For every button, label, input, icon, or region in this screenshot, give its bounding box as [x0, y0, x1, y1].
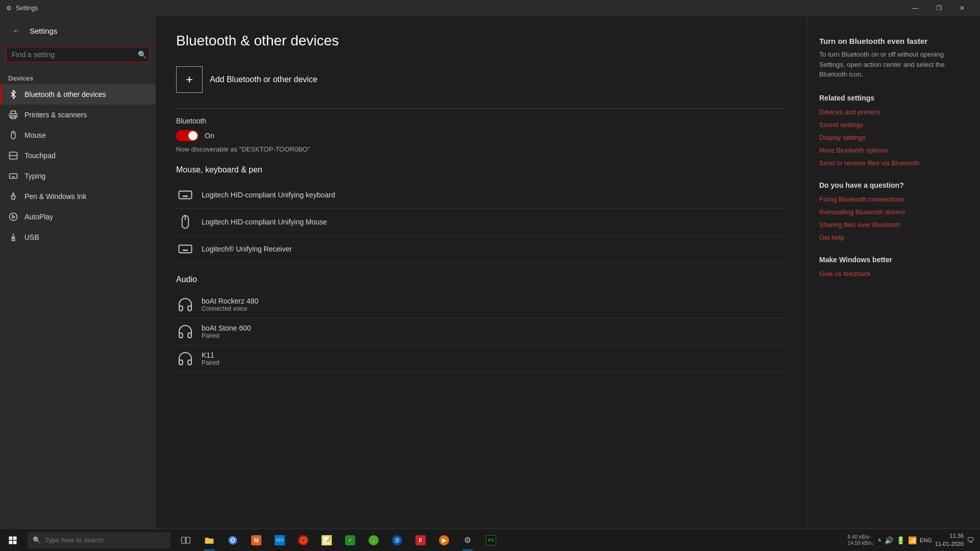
touchpad-icon [8, 151, 18, 161]
svg-rect-34 [182, 537, 186, 543]
device-name: K11 [202, 351, 219, 359]
filezilla-button[interactable]: F [409, 529, 432, 552]
notification-icon[interactable]: 🗨 [967, 536, 974, 544]
wifi-icon[interactable]: 📶 [908, 536, 917, 544]
toggle-knob [188, 131, 198, 140]
svg-rect-33 [13, 540, 17, 544]
taskbar-search-icon: 🔍 [33, 536, 41, 544]
sidebar-item-autoplay[interactable]: AutoPlay [0, 207, 156, 227]
device-status: Paired [202, 332, 251, 339]
keyboard-icon [8, 171, 18, 181]
device-name: boAt Rockerz 480 [202, 297, 258, 305]
device-item[interactable]: Logitech HID-compliant Unifying keyboard [176, 182, 786, 209]
question-link-reinstalling[interactable]: Reinstalling Bluetooth drivers [819, 208, 968, 216]
sidebar-item-typing[interactable]: Typing [0, 166, 156, 186]
sidebar-item-label: Printers & scanners [24, 111, 87, 119]
sidebar-item-printers[interactable]: Printers & scanners [0, 105, 156, 125]
taskbar-system-tray: 8.40 kB/s↑14.59 kB/s↓ ∧ 🔊 🔋 📶 ENG 11:36 … [842, 532, 980, 548]
green-app-button[interactable]: ✓ [339, 529, 361, 552]
printer-icon [8, 110, 18, 120]
receiver-device-icon [176, 240, 194, 258]
browser-button[interactable]: @ [386, 529, 408, 552]
headphones-device-icon [176, 322, 194, 341]
clock[interactable]: 11:36 11-01-2020 [935, 532, 964, 548]
start-button[interactable] [0, 529, 26, 552]
volume-icon[interactable]: 🔊 [885, 536, 893, 544]
device-item[interactable]: Logitech® Unifying Receiver [176, 236, 786, 263]
device-name: Logitech® Unifying Receiver [202, 245, 292, 253]
page-title: Bluetooth & other devices [176, 33, 786, 49]
chevron-icon[interactable]: ∧ [877, 537, 881, 543]
add-device-icon: + [176, 66, 203, 93]
download-app-button[interactable]: ↓ [362, 529, 385, 552]
red-app-button[interactable]: ◯ [292, 529, 314, 552]
device-info: boAt Rockerz 480 Connected voice [202, 297, 258, 312]
app-body: ← Settings 🔍 Devices Bluetooth & other d… [0, 16, 980, 529]
sidebar-item-usb[interactable]: USB [0, 227, 156, 247]
tip-title: Turn on Bluetooth even faster [819, 37, 968, 45]
svg-rect-32 [9, 540, 13, 544]
bluetooth-section: Bluetooth On Now discoverable as "DESKTO… [176, 117, 786, 153]
minimize-button[interactable]: — [903, 0, 927, 16]
vscode-button[interactable]: </> [268, 529, 291, 552]
related-link-display[interactable]: Display settings [819, 134, 968, 141]
maximize-button[interactable]: ❐ [927, 0, 950, 16]
tip-text: To turn Bluetooth on or off without open… [819, 49, 968, 80]
question-title: Do you have a question? [819, 181, 968, 189]
related-link-more-bluetooth[interactable]: More Bluetooth options [819, 146, 968, 154]
toggle-row: On [176, 130, 786, 141]
question-link-help[interactable]: Get help [819, 234, 968, 241]
feedback-link[interactable]: Give us feedback [819, 270, 968, 278]
back-button[interactable]: ← [8, 22, 24, 39]
svg-marker-14 [13, 215, 15, 218]
terminal-button[interactable]: PS [480, 529, 502, 552]
stickynotes-button[interactable]: 📝 [315, 529, 338, 552]
device-item[interactable]: Logitech HID-compliant Unifying Mouse [176, 209, 786, 236]
device-info: Logitech HID-compliant Unifying keyboard [202, 191, 335, 199]
sidebar-item-bluetooth[interactable]: Bluetooth & other devices [0, 84, 156, 105]
sidebar-item-touchpad[interactable]: Touchpad [0, 145, 156, 166]
close-button[interactable]: ✕ [950, 0, 974, 16]
taskbar: 🔍 M </> [0, 529, 980, 551]
device-item[interactable]: K11 Paired [176, 345, 786, 372]
question-link-sharing[interactable]: Sharing files over Bluetooth [819, 221, 968, 229]
device-item[interactable]: boAt Stone 600 Paired [176, 318, 786, 345]
headphones-device-icon [176, 295, 194, 314]
divider [176, 108, 786, 109]
orange-app-button[interactable]: M [245, 529, 267, 552]
related-link-send-receive[interactable]: Send or receive files via Bluetooth [819, 159, 968, 167]
question-link-fixing[interactable]: Fixing Bluetooth connections [819, 195, 968, 203]
search-box[interactable]: 🔍 [6, 47, 150, 62]
related-link-sound[interactable]: Sound settings [819, 121, 968, 129]
taskview-button[interactable] [175, 529, 197, 552]
search-input[interactable] [6, 47, 150, 62]
chrome-button[interactable] [222, 529, 244, 552]
device-item[interactable]: boAt Rockerz 480 Connected voice [176, 291, 786, 318]
file-explorer-button[interactable] [198, 529, 220, 552]
device-status: Connected voice [202, 305, 258, 312]
language-indicator[interactable]: ENG [920, 537, 932, 543]
sidebar-item-pen[interactable]: Pen & Windows Ink [0, 186, 156, 207]
headphones-device-icon [176, 349, 194, 368]
search-icon-button[interactable]: 🔍 [138, 51, 146, 59]
sidebar-app-title: Settings [30, 27, 57, 35]
settings-taskbar-button[interactable]: ⚙ [456, 529, 479, 552]
titlebar-left: ⚙ Settings [6, 5, 38, 12]
vlc-button[interactable]: ▶ [433, 529, 455, 552]
add-device-button[interactable]: + Add Bluetooth or other device [176, 63, 786, 96]
taskbar-search-input[interactable] [45, 536, 165, 544]
battery-icon[interactable]: 🔋 [896, 536, 905, 544]
device-name: boAt Stone 600 [202, 324, 251, 332]
sidebar-item-mouse[interactable]: Mouse [0, 125, 156, 145]
device-info: K11 Paired [202, 351, 219, 366]
bluetooth-toggle[interactable] [176, 130, 199, 141]
right-panel: Turn on Bluetooth even faster To turn Bl… [806, 16, 980, 529]
sidebar-header: ← Settings [0, 16, 156, 45]
sidebar-item-label: Touchpad [24, 152, 56, 160]
taskbar-search-box[interactable]: 🔍 [28, 532, 170, 548]
device-status: Paired [202, 359, 219, 366]
section-title-audio: Audio [176, 275, 786, 284]
bluetooth-label: Bluetooth [176, 117, 786, 125]
related-link-devices-printers[interactable]: Devices and printers [819, 108, 968, 116]
sidebar: ← Settings 🔍 Devices Bluetooth & other d… [0, 16, 156, 529]
